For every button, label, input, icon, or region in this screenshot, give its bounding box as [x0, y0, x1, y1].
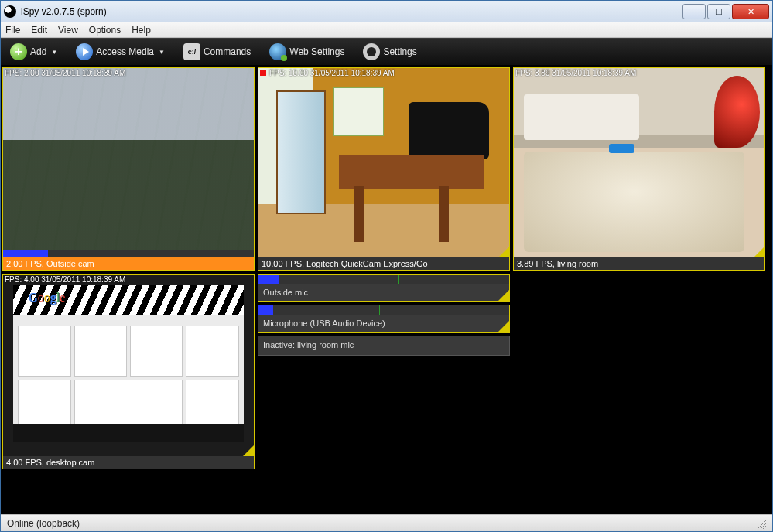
- camera-label-logitech: 10.00 FPS, Logitech QuickCam Express/Go: [258, 257, 509, 270]
- audio-panel-usb-mic[interactable]: Microphone (USB Audio Device): [258, 305, 510, 332]
- status-bar: Online (loopback): [1, 514, 772, 531]
- add-button[interactable]: + Add ▼: [5, 42, 62, 62]
- settings-button[interactable]: Settings: [358, 42, 421, 62]
- resize-handle-icon[interactable]: [243, 445, 254, 456]
- resize-handle-icon[interactable]: [498, 247, 509, 257]
- chevron-down-icon: ▼: [159, 49, 165, 56]
- commands-button[interactable]: c:/ Commands: [179, 42, 255, 62]
- camera-overlay-logitech: FPS: 10.00 31/05/2011 10:18:39 AM: [268, 68, 396, 78]
- camera-overlay-outside: FPS: 2.00 31/05/2011 10:18:39 AM: [3, 68, 127, 78]
- window-titlebar: iSpy v2.0.7.5 (sporn) ─ ☐ ✕: [1, 1, 772, 22]
- audio-panel-outside-mic[interactable]: Outside mic: [258, 274, 510, 302]
- camera-panel-outside[interactable]: FPS: 2.00 31/05/2011 10:18:39 AM 2.00 FP…: [2, 67, 255, 271]
- globe-icon: [269, 43, 286, 60]
- status-text: Online (loopback): [7, 518, 80, 529]
- camera-feed-logitech: [258, 68, 509, 257]
- window-title: iSpy v2.0.7.5 (sporn): [21, 6, 681, 17]
- menu-edit[interactable]: Edit: [31, 25, 47, 36]
- menu-help[interactable]: Help: [132, 25, 151, 36]
- eye-icon: [363, 43, 380, 60]
- toolbar: + Add ▼ Access Media ▼ c:/ Commands Web …: [1, 38, 772, 66]
- audio-level-usb-mic: [258, 305, 509, 315]
- camera-label-livingroom: 3.89 FPS, living room: [514, 257, 764, 270]
- camera-label-outside: 2.00 FPS, Outside cam: [3, 257, 254, 270]
- menu-view[interactable]: View: [58, 25, 78, 36]
- recording-indicator-icon: [260, 70, 266, 76]
- app-icon: [4, 5, 16, 18]
- add-label: Add: [30, 46, 46, 57]
- audio-label-livingroom-mic: Inactive: living room mic: [258, 336, 509, 353]
- resize-handle-icon[interactable]: [754, 247, 764, 257]
- settings-label: Settings: [383, 46, 416, 57]
- camera-label-desktop: 4.00 FPS, desktop cam: [3, 456, 254, 469]
- commands-label: Commands: [204, 46, 251, 57]
- menu-options[interactable]: Options: [89, 25, 121, 36]
- terminal-icon: c:/: [183, 43, 200, 60]
- menu-bar: File Edit View Options Help: [1, 22, 772, 38]
- maximize-button[interactable]: ☐: [707, 4, 730, 19]
- web-settings-label: Web Settings: [289, 46, 344, 57]
- web-settings-button[interactable]: Web Settings: [265, 42, 349, 62]
- access-media-button[interactable]: Access Media ▼: [71, 42, 169, 62]
- close-button[interactable]: ✕: [732, 4, 769, 19]
- camera-feed-outside: [3, 68, 254, 257]
- resize-grip-icon[interactable]: [755, 518, 766, 529]
- camera-feed-livingroom: [514, 68, 764, 257]
- camera-panel-logitech[interactable]: FPS: 10.00 31/05/2011 10:18:39 AM 10.00 …: [258, 67, 510, 271]
- access-media-label: Access Media: [96, 46, 154, 57]
- resize-handle-icon[interactable]: [498, 321, 509, 332]
- audio-panel-livingroom-mic[interactable]: Inactive: living room mic: [258, 336, 510, 356]
- workspace: FPS: 2.00 31/05/2011 10:18:39 AM 2.00 FP…: [1, 66, 772, 514]
- camera-overlay-desktop: FPS: 4.00 31/05/2011 10:18:39 AM: [3, 275, 127, 285]
- audio-label-usb-mic: Microphone (USB Audio Device): [258, 315, 509, 332]
- camera-panel-livingroom[interactable]: FPS: 3.89 31/05/2011 10:18:39 AM 3.89 FP…: [513, 67, 765, 271]
- window-controls: ─ ☐ ✕: [681, 4, 769, 19]
- play-icon: [76, 43, 93, 60]
- camera-panel-desktop[interactable]: Google FPS: 4.00 31/05/2011 10:18:39 AM …: [2, 274, 255, 469]
- resize-handle-icon[interactable]: [498, 290, 509, 301]
- audio-label-outside-mic: Outside mic: [258, 284, 509, 301]
- motion-level-outside: [3, 250, 254, 257]
- camera-overlay-livingroom: FPS: 3.89 31/05/2011 10:18:39 AM: [514, 68, 638, 78]
- plus-icon: +: [10, 43, 27, 60]
- camera-feed-desktop: Google: [3, 275, 254, 456]
- audio-level-outside-mic: [258, 275, 509, 284]
- menu-file[interactable]: File: [5, 25, 20, 36]
- chevron-down-icon: ▼: [51, 49, 57, 56]
- minimize-button[interactable]: ─: [682, 4, 706, 19]
